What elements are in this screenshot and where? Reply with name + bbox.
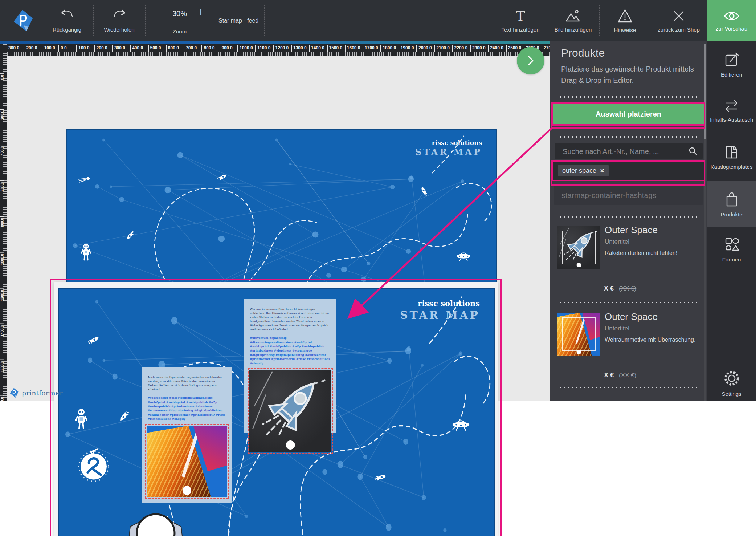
shapes-icon <box>723 236 740 253</box>
app-logo[interactable] <box>8 0 38 41</box>
product-title: Outer Space <box>605 224 658 236</box>
toolbar-separator <box>93 5 94 36</box>
product-card[interactable]: Outer Space Untertitel Raketen dürfen ni… <box>550 224 707 302</box>
preview-button[interactable]: zur Vorschau <box>707 0 756 41</box>
design-page-2: rissc solutions STAR MAP Wer uns in unse… <box>58 288 495 536</box>
toolbar-separator <box>599 5 600 36</box>
sidebar-item-settings[interactable]: Settings <box>707 361 756 405</box>
hashtag-block-2: Auch wenn die Tage wieder regnerischer u… <box>142 367 232 503</box>
placed-product-image-collage <box>147 426 227 497</box>
alien-icon <box>75 408 88 430</box>
sidebar-item-label: Settings <box>722 391 741 397</box>
poster-brand: rissc solutions STAR MAP <box>415 139 482 158</box>
swap-arrows-icon <box>723 99 740 113</box>
product-price: X €(XX €) <box>604 285 636 292</box>
zoom-control: − 30% + Zoom <box>152 0 207 41</box>
undo-icon <box>59 9 75 23</box>
text-icon: T <box>512 9 528 23</box>
poster-brand: rissc solutions STAR MAP <box>400 299 480 322</box>
warning-icon <box>617 8 633 24</box>
add-text-label: Text hinzufügen <box>501 27 539 33</box>
toolbar-separator <box>211 5 211 36</box>
chevron-right-icon <box>525 54 536 67</box>
poster-brand-line1: rissc solutions <box>400 299 480 308</box>
printformer-logo-icon <box>9 388 19 398</box>
collapse-panel-button[interactable] <box>517 47 544 74</box>
block-paragraph: Wer uns in unserem Büro besucht kann ein… <box>250 307 331 332</box>
product-description: Weltraummotive mit Überraschung. <box>605 337 695 343</box>
filter-chip[interactable]: outer space ✕ <box>558 165 609 176</box>
zoom-label: Zoom <box>152 28 207 34</box>
sidebar-item-produkte[interactable]: Produkte <box>707 181 756 227</box>
products-panel: Produkte Platziere das gewünschte Produk… <box>550 41 707 401</box>
catalog-icon <box>723 144 740 161</box>
undo-label: Rückgängig <box>53 27 81 33</box>
sidebar-item-label: Editieren <box>721 72 742 78</box>
panel-scrollbar[interactable] <box>704 44 706 401</box>
tag-filter-field[interactable]: outer space ✕ <box>553 162 704 180</box>
preview-label: zur Vorschau <box>716 25 748 32</box>
placed-product-image-rocket <box>249 370 331 452</box>
toolbar-separator <box>41 5 41 36</box>
product-card[interactable]: Outer Space Untertitel Weltraummotive mi… <box>550 311 707 389</box>
search-icon[interactable] <box>688 146 698 156</box>
undo-button[interactable]: Rückgängig <box>44 0 90 41</box>
sidebar-item-inhalts-austausch[interactable]: Inhalts-Austausch <box>707 89 756 133</box>
toolbar-separator <box>264 5 265 36</box>
chip-remove-icon[interactable]: ✕ <box>600 168 604 174</box>
product-old-price: (XX €) <box>619 372 636 379</box>
block-hashtags: #spaceposter #discoveringnewdimensions #… <box>148 396 226 421</box>
redo-label: Wiederholen <box>104 27 134 33</box>
wordmark-text: printformer <box>22 389 63 397</box>
sidebar-item-label: Formen <box>722 256 741 263</box>
back-to-shop-button[interactable]: zurück zum Shop <box>653 0 704 41</box>
place-selection-button[interactable]: Auswahl platzieren <box>553 104 704 124</box>
add-image-button[interactable]: Bild hinzufügen <box>549 0 597 41</box>
image-icon <box>565 9 581 23</box>
product-subtitle: Untertitel <box>605 325 629 332</box>
sidebar-item-formen[interactable]: Formen <box>707 228 756 271</box>
eye-icon <box>723 9 740 23</box>
close-icon <box>671 9 686 23</box>
back-to-shop-label: zurück zum Shop <box>658 27 700 33</box>
panel-title: Produkte <box>561 47 605 59</box>
hints-button[interactable]: Hinweise <box>601 0 649 41</box>
gear-icon <box>723 369 741 387</box>
product-description: Raketen dürfen nicht fehlen! <box>605 250 677 256</box>
product-subtitle: Untertitel <box>605 238 629 245</box>
toolbar-separator <box>547 5 547 36</box>
sidebar-item-katalogtemplates[interactable]: Katalogtemplates <box>707 135 756 179</box>
sidebar-item-editieren[interactable]: Editieren <box>707 43 756 86</box>
dotted-separator <box>560 302 697 303</box>
annotation-box-button: Auswahl platzieren <box>551 102 706 126</box>
redo-icon <box>111 9 127 23</box>
poster-brand-line2: STAR MAP <box>400 308 480 322</box>
toolbar-separator <box>494 5 494 36</box>
redo-button[interactable]: Wiederholen <box>97 0 142 41</box>
block-hashtags: #universum #spaceship #discoveringnewdim… <box>250 336 331 365</box>
zoom-in-button[interactable]: + <box>197 7 204 17</box>
dotted-separator <box>560 216 697 218</box>
search-input[interactable] <box>562 143 683 160</box>
add-text-button[interactable]: T Text hinzufügen <box>496 0 544 41</box>
dotted-separator <box>560 96 697 98</box>
panel-subtitle: Platziere das gewünschte Produkt mittels… <box>561 64 703 86</box>
add-image-label: Bild hinzufügen <box>555 27 592 33</box>
document-title: Star map - feed <box>218 0 258 41</box>
hashtag-container-field[interactable]: starmap-container-hashtags <box>554 186 703 205</box>
ufo-icon <box>455 251 472 261</box>
sidebar-item-label: Katalogtemplates <box>711 164 753 170</box>
hashtag-block-1: Wer uns in unserem Büro besucht kann ein… <box>244 299 336 433</box>
planet-logo <box>76 446 111 482</box>
printformer-editor: Rückgängig Wiederholen − 30% + Zoom Star… <box>0 0 756 536</box>
ufo-icon <box>451 418 471 431</box>
alien-icon <box>81 243 91 261</box>
printformer-logo-icon <box>13 9 34 32</box>
block-paragraph: Auch wenn die Tage wieder regnerischer u… <box>148 375 226 391</box>
astronaut-figure <box>116 505 196 536</box>
product-search <box>555 143 703 159</box>
toolbar-separator <box>145 5 146 36</box>
chip-label: outer space <box>562 167 596 175</box>
product-old-price: (XX €) <box>619 285 636 292</box>
product-price: X €(XX €) <box>604 371 636 379</box>
